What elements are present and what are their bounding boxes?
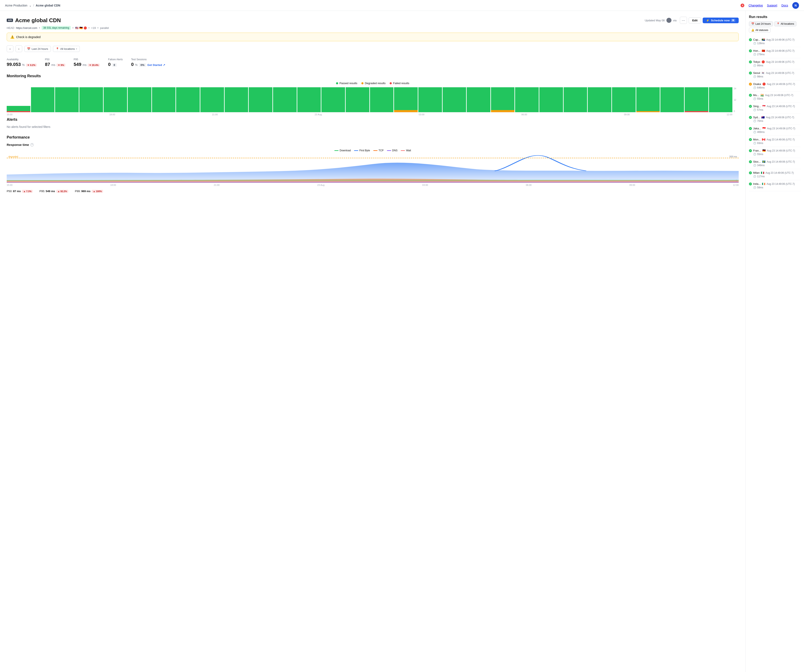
availability-delta: ▼ 0.2% bbox=[26, 64, 37, 67]
clock-icon: 🕐 bbox=[753, 64, 756, 67]
failed-dot bbox=[390, 82, 392, 84]
pass-segment bbox=[539, 87, 563, 112]
bar-group bbox=[273, 87, 297, 112]
list-item[interactable]: Milan 🇮🇹 Aug 23 14:49:06 (UTC-7) 🕐 117ms bbox=[749, 169, 801, 180]
flag-icon: 🇦🇺 bbox=[761, 116, 765, 119]
perf-x-axis: 15:00 18:00 21:00 23 Aug 03:00 06:00 09:… bbox=[7, 184, 739, 186]
time-range-label: Last 24 hours bbox=[32, 47, 48, 51]
availability-unit: % bbox=[22, 63, 25, 67]
bar-group bbox=[612, 87, 636, 112]
edit-button[interactable]: Edit bbox=[689, 17, 701, 23]
org-name[interactable]: Acme Production bbox=[5, 4, 28, 7]
tcp-line bbox=[373, 150, 377, 151]
chevron-icon: ⌄ bbox=[29, 4, 32, 7]
check-url[interactable]: https://vercel.com bbox=[16, 26, 37, 29]
p95-perf: P95: 549 ms ▲ 92.2% bbox=[39, 189, 68, 193]
list-item[interactable]: Fran... 🇩🇪 Aug 23 14:49:06 (UTC-7) 🕐 55m… bbox=[749, 147, 801, 158]
p95-unit: ms bbox=[82, 63, 87, 67]
degrade-segment bbox=[636, 111, 660, 112]
support-link[interactable]: Support bbox=[767, 4, 777, 7]
pass-segment bbox=[418, 87, 442, 112]
failure-alerts-stat: Failure Alerts 0 0 bbox=[108, 58, 123, 67]
sidebar-filter-time[interactable]: 📅 Last 24 hours bbox=[749, 21, 773, 26]
bar-group bbox=[55, 87, 79, 112]
list-item[interactable]: Osaka 🔴 Aug 23 14:49:06 (UTC-7) 🕐 646ms bbox=[749, 80, 801, 91]
failed-legend: Failed results bbox=[390, 82, 409, 85]
bar-group bbox=[418, 87, 442, 112]
bar-group bbox=[709, 87, 733, 112]
bar-group bbox=[443, 87, 466, 112]
locations-filter[interactable]: 📍 All locations ▾ bbox=[53, 46, 80, 52]
list-item[interactable]: Cap... 🇿🇦 Aug 23 14:49:06 (UTC-7) 🕐 128m… bbox=[749, 36, 801, 47]
next-button[interactable]: › bbox=[15, 46, 22, 52]
fail-segment bbox=[685, 111, 708, 112]
clock-icon: 🕐 bbox=[753, 142, 756, 145]
location-name: Osaka bbox=[753, 82, 761, 86]
prev-button[interactable]: ‹ bbox=[7, 46, 13, 52]
keyboard-shortcut: ⌘ bbox=[731, 19, 735, 22]
list-item[interactable]: Stoc... 🇸🇪 Aug 23 14:49:06 (UTC-7) 🕐 349… bbox=[749, 158, 801, 169]
run-ms: 55ms bbox=[757, 153, 763, 156]
sidebar-filter-locations[interactable]: 📍 All locations bbox=[774, 21, 796, 26]
run-timestamp: Aug 23 14:49:06 (UTC-7) bbox=[767, 105, 795, 108]
clock-icon: 🕐 bbox=[753, 97, 756, 100]
run-ms: 93ms bbox=[757, 142, 763, 145]
clock-icon: 🕐 bbox=[753, 108, 756, 111]
failure-badge: 0 bbox=[112, 63, 117, 67]
degraded-dot bbox=[361, 82, 363, 84]
test-unit: % bbox=[135, 63, 137, 67]
zero-label: 0 bbox=[736, 179, 737, 182]
list-item[interactable]: Hon... 🇨🇳 Aug 23 14:49:06 (UTC-7) 🕐 279m… bbox=[749, 47, 801, 58]
location-name: Stoc... bbox=[753, 160, 761, 163]
docs-link[interactable]: Docs bbox=[781, 4, 788, 7]
list-item[interactable]: Jaka... 🇮🇩 Aug 23 14:49:06 (UTC-7) 🕐 469… bbox=[749, 125, 801, 136]
firstbyte-line bbox=[354, 150, 358, 151]
location-name: Cap... bbox=[753, 38, 760, 41]
flag-icon: 🇰🇷 bbox=[761, 71, 765, 75]
status-dot bbox=[749, 171, 752, 175]
list-item[interactable]: Sing... 🇸🇬 Aug 23 14:49:06 (UTC-7) 🕐 57m… bbox=[749, 103, 801, 114]
bar-group bbox=[128, 87, 151, 112]
dot-sep4: • bbox=[97, 26, 98, 29]
location-name: Fran... bbox=[753, 149, 761, 152]
flag-red-icon: 🔴 bbox=[83, 26, 87, 29]
list-item[interactable]: Mu... 🇮🇳 Aug 23 14:49:06 (UTC-7) 🕐 55ms bbox=[749, 91, 801, 103]
run-timestamp: Aug 23 14:49:06 (UTC-7) bbox=[766, 60, 794, 64]
more-button[interactable]: ⋯ bbox=[680, 17, 687, 24]
locations-label: All locations bbox=[60, 47, 75, 51]
bar-group bbox=[176, 87, 200, 112]
nav-actions: 4 Changelog Support Docs N bbox=[740, 2, 799, 9]
flag-icon: 🇨🇦 bbox=[762, 138, 765, 141]
list-item[interactable]: Syd... 🇦🇺 Aug 23 14:49:06 (UTC-7) 🕐 70ms bbox=[749, 114, 801, 125]
bar-group bbox=[346, 87, 369, 112]
info-icon: ? bbox=[30, 143, 34, 147]
time-range-filter[interactable]: 📅 Last 24 hours bbox=[24, 46, 51, 52]
changelog-link[interactable]: Changelog bbox=[748, 4, 763, 7]
pass-segment bbox=[225, 87, 248, 112]
pass-segment bbox=[152, 87, 176, 112]
status-dot bbox=[749, 105, 752, 108]
bar-group bbox=[152, 87, 176, 112]
bar-group bbox=[7, 87, 30, 112]
availability-stat: Availability 99.053 % ▼ 0.2% bbox=[7, 58, 37, 67]
list-item[interactable]: Irela... 🇮🇪 Aug 23 14:49:06 (UTC-7) 🕐 58… bbox=[749, 180, 801, 191]
list-item[interactable]: Tokyo 🔴 Aug 23 14:49:06 (UTC-7) 🕐 86ms bbox=[749, 58, 801, 69]
head-label: HEAD bbox=[7, 26, 14, 29]
list-item[interactable]: Seoul 🇰🇷 Aug 23 14:49:06 (UTC-7) 🕐 98ms bbox=[749, 69, 801, 80]
list-item[interactable]: Mon... 🇨🇦 Aug 23 14:49:06 (UTC-7) 🕐 93ms bbox=[749, 136, 801, 147]
status-dot bbox=[749, 60, 752, 64]
run-timestamp: Aug 23 14:49:06 (UTC-7) bbox=[766, 72, 794, 75]
alert-banner: ⚠️ Check is degraded bbox=[7, 33, 739, 41]
avatar[interactable]: N bbox=[792, 2, 799, 9]
get-started-link[interactable]: Get Started ↗ bbox=[147, 64, 165, 67]
schedule-button[interactable]: ⚡ Schedule now ⌘ bbox=[703, 18, 739, 23]
performance-section: Performance Response time ? Download Fir… bbox=[7, 135, 739, 193]
pass-segment bbox=[176, 87, 200, 112]
clock-icon: 🕐 bbox=[753, 42, 756, 45]
pass-segment bbox=[7, 106, 30, 111]
bar-group bbox=[370, 87, 394, 112]
p50-stat: P50 87 ms ▼ 9% bbox=[45, 58, 65, 67]
breadcrumb-separator: / bbox=[33, 4, 34, 7]
sidebar-filter-statuses[interactable]: 🔔 All statuses bbox=[749, 28, 770, 33]
run-ms: 57ms bbox=[757, 108, 763, 111]
